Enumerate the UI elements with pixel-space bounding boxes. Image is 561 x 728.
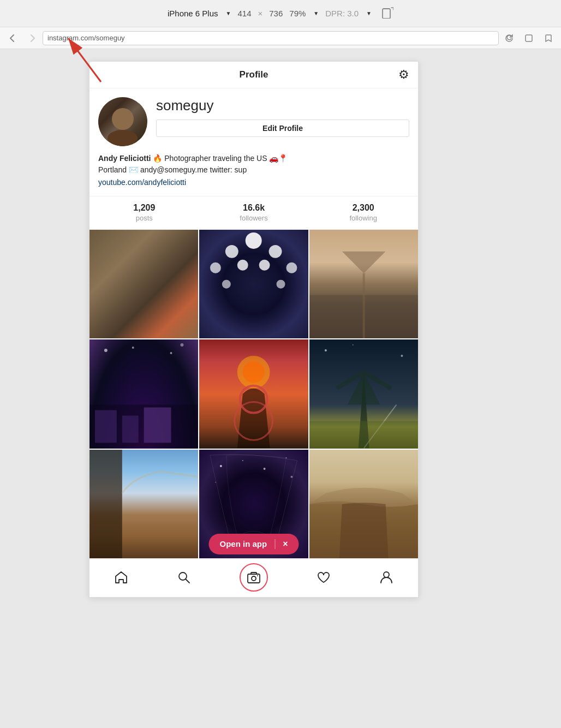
svg-point-23 (243, 361, 265, 383)
svg-rect-1 (526, 35, 532, 41)
open-in-app-divider (274, 539, 275, 549)
svg-rect-19 (95, 410, 117, 443)
svg-point-41 (252, 576, 256, 581)
nav-bar: instagram.com/someguy (0, 27, 561, 49)
forward-button[interactable] (23, 31, 41, 46)
viewport-x: × (258, 9, 263, 18)
avatar-image (98, 97, 147, 146)
url-text: instagram.com/someguy (47, 34, 125, 42)
bio-name: Andy Feliciotti (98, 154, 151, 163)
photo-4 (89, 339, 198, 448)
heart-nav-icon[interactable] (317, 570, 331, 584)
avatar (98, 97, 147, 146)
svg-rect-20 (122, 416, 139, 443)
open-in-app-close-button[interactable]: × (283, 539, 288, 549)
svg-rect-21 (144, 408, 171, 443)
svg-point-10 (259, 260, 270, 271)
photo-5 (199, 339, 308, 448)
photo-cell-3[interactable] (309, 230, 418, 338)
posts-label: posts (136, 214, 153, 222)
following-stat[interactable]: 2,300 following (308, 203, 418, 223)
svg-point-9 (237, 260, 248, 271)
svg-point-29 (401, 355, 403, 357)
dropdown-arrow-device[interactable]: ▼ (226, 10, 231, 16)
followers-stat[interactable]: 16.6k followers (199, 203, 309, 223)
photo-cell-6[interactable] (309, 339, 418, 448)
svg-point-8 (287, 262, 297, 273)
browser-bar: iPhone 6 Plus ▼ 414 × 736 79% ▼ DPR: 3.0… (0, 0, 561, 27)
svg-rect-0 (383, 9, 390, 19)
photo-1 (89, 230, 198, 338)
photo-2 (199, 230, 308, 338)
photo-6 (309, 339, 418, 448)
followers-label: followers (240, 214, 267, 222)
posts-stat[interactable]: 1,209 posts (89, 203, 199, 223)
back-button[interactable] (3, 31, 22, 46)
posts-count: 1,209 (89, 203, 199, 213)
bottom-nav (89, 558, 418, 597)
svg-point-16 (132, 347, 134, 349)
user-right-panel: someguy Edit Profile (156, 97, 409, 137)
bio-section: Andy Feliciotti 🔥 Photographer traveling… (89, 146, 418, 196)
photo-9 (309, 450, 418, 558)
bottom-section: Open in app × (89, 558, 418, 597)
open-in-app-banner[interactable]: Open in app × (208, 534, 299, 554)
profile-header: Profile ⚙ (89, 62, 418, 88)
svg-point-34 (264, 468, 266, 470)
photo-7 (89, 450, 198, 558)
dropdown-arrow-zoom[interactable]: ▼ (313, 10, 319, 16)
edit-profile-button[interactable]: Edit Profile (156, 120, 409, 137)
svg-point-42 (257, 575, 258, 576)
home-nav-icon[interactable] (114, 570, 128, 584)
device-name[interactable]: iPhone 6 Plus (168, 9, 218, 18)
viewport-height: 736 (269, 9, 283, 18)
photo-cell-5[interactable] (199, 339, 308, 448)
svg-point-17 (170, 352, 172, 354)
camera-nav-circle[interactable] (240, 563, 268, 592)
svg-point-30 (352, 344, 353, 345)
svg-rect-31 (89, 450, 122, 558)
page-title: Profile (240, 69, 268, 80)
bio-location: Portland ✉️ andy@someguy.me twitter: sup (98, 165, 247, 174)
avatar-container (98, 97, 147, 146)
dpr-label: DPR: 3.0 (325, 9, 359, 18)
search-nav-icon[interactable] (177, 570, 191, 584)
stats-bar: 1,209 posts 16.6k followers 2,300 follow… (89, 196, 418, 230)
svg-point-4 (246, 232, 262, 249)
settings-icon[interactable]: ⚙ (398, 68, 409, 82)
svg-point-36 (291, 475, 293, 478)
share-button[interactable] (520, 31, 538, 46)
app-container: Profile ⚙ someguy Edit Profile Andy Feli… (89, 61, 419, 598)
open-in-app-label: Open in app (219, 539, 267, 548)
dropdown-arrow-dpr[interactable]: ▼ (366, 10, 372, 16)
viewport-width: 414 (237, 9, 251, 18)
zoom-level: 79% (289, 9, 306, 18)
url-bar[interactable]: instagram.com/someguy (43, 31, 499, 45)
bookmark-button[interactable] (539, 31, 558, 46)
svg-point-43 (384, 572, 389, 577)
bio-link[interactable]: youtube.com/andyfeliciotti (98, 177, 409, 188)
svg-point-15 (104, 349, 108, 352)
photo-3 (309, 230, 418, 338)
svg-point-6 (269, 245, 282, 258)
refresh-button[interactable] (500, 31, 518, 46)
photo-cell-2[interactable] (199, 230, 308, 338)
camera-nav-icon[interactable] (247, 570, 261, 584)
svg-point-5 (225, 245, 238, 258)
photo-cell-9[interactable] (309, 450, 418, 558)
svg-point-33 (242, 460, 243, 461)
rotate-icon[interactable] (381, 7, 393, 20)
user-info-section: someguy Edit Profile (89, 88, 418, 146)
photo-cell-7[interactable] (89, 450, 198, 558)
svg-line-39 (186, 579, 189, 583)
following-label: following (349, 214, 377, 222)
svg-rect-27 (309, 421, 418, 449)
profile-nav-icon[interactable] (379, 570, 393, 584)
svg-point-32 (220, 465, 222, 467)
photo-cell-4[interactable] (89, 339, 198, 448)
svg-point-18 (180, 343, 183, 347)
username: someguy (156, 97, 409, 114)
photo-grid (89, 230, 418, 558)
photo-cell-1[interactable] (89, 230, 198, 338)
bio-text: 🔥 Photographer traveling the US 🚗📍 (153, 154, 288, 163)
